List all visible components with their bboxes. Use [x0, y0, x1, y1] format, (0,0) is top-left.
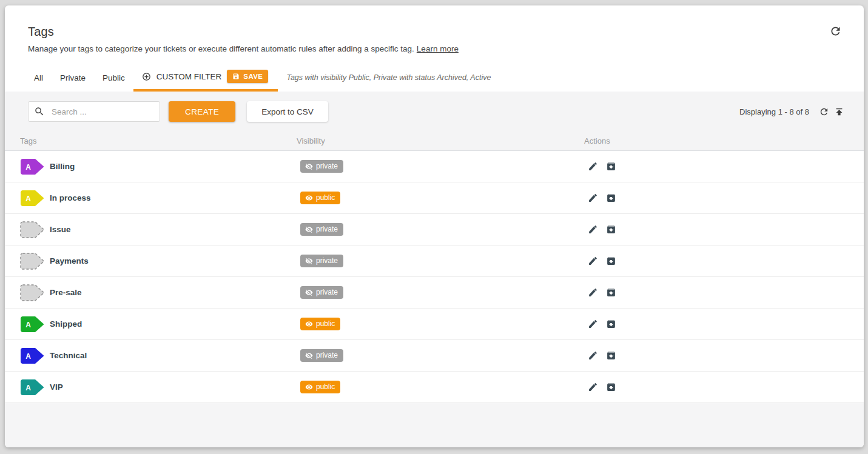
tag-name: In process — [50, 193, 91, 202]
tab-private[interactable]: Private — [52, 64, 94, 92]
archive-button[interactable] — [606, 193, 616, 203]
tab-all[interactable]: All — [25, 64, 52, 92]
list-refresh-button[interactable] — [818, 105, 830, 118]
add-circle-icon — [142, 72, 151, 81]
visibility-cell: public — [297, 318, 584, 330]
visibility-badge-label: public — [316, 320, 335, 328]
edit-button[interactable] — [588, 161, 598, 172]
actions-cell — [584, 350, 864, 361]
actions-cell — [584, 161, 864, 172]
eye-icon — [305, 320, 313, 328]
eye-icon — [305, 383, 313, 391]
tag-cell: A Billing — [20, 158, 297, 175]
archive-button[interactable] — [606, 382, 616, 392]
tag-cell: A In process — [20, 190, 297, 207]
visibility-badge-label: public — [316, 194, 335, 202]
save-icon — [232, 73, 240, 80]
create-button[interactable]: CREATE — [169, 101, 235, 122]
actions-cell — [584, 287, 864, 298]
column-header-visibility: Visibility — [297, 136, 584, 145]
visibility-badge: private — [300, 223, 343, 236]
edit-button[interactable] — [588, 382, 598, 392]
tag-chip: A — [20, 347, 45, 364]
tag-name: VIP — [50, 382, 63, 392]
eye-off-icon — [305, 289, 313, 296]
visibility-cell: private — [297, 286, 584, 299]
edit-button[interactable] — [588, 319, 598, 329]
edit-icon — [588, 319, 598, 329]
archive-icon — [606, 350, 616, 361]
edit-button[interactable] — [588, 193, 598, 203]
eye-off-icon — [305, 162, 313, 170]
refresh-icon — [819, 107, 829, 117]
edit-button[interactable] — [588, 256, 598, 266]
archive-button[interactable] — [606, 256, 616, 266]
archive-button[interactable] — [606, 224, 616, 235]
tab-custom-filter-label: CUSTOM FILTER — [156, 72, 222, 81]
tab-custom-filter[interactable]: CUSTOM FILTER SAVE — [133, 64, 278, 92]
tag-chip: A — [20, 190, 45, 207]
export-csv-button[interactable]: Export to CSV — [247, 101, 328, 122]
table-row: Issue private — [5, 214, 864, 245]
tag-chip — [20, 221, 45, 238]
eye-icon — [305, 194, 313, 202]
visibility-badge: private — [300, 160, 343, 173]
tag-name: Shipped — [50, 319, 82, 329]
tag-cell: Payments — [20, 253, 297, 270]
search-box — [28, 101, 160, 122]
actions-cell — [584, 319, 864, 329]
svg-text:A: A — [25, 194, 31, 202]
page-title: Tags — [28, 24, 459, 39]
tab-private-label: Private — [60, 73, 86, 82]
archive-button[interactable] — [606, 350, 616, 361]
edit-icon — [588, 224, 598, 235]
edit-button[interactable] — [588, 287, 598, 298]
column-header-actions: Actions — [584, 136, 864, 145]
archive-icon — [606, 224, 616, 235]
archive-icon — [606, 161, 616, 172]
tab-public[interactable]: Public — [94, 64, 133, 92]
visibility-badge-label: private — [316, 162, 338, 170]
visibility-badge: private — [300, 255, 343, 267]
scroll-top-button[interactable] — [833, 105, 846, 118]
archive-button[interactable] — [606, 319, 616, 329]
actions-cell — [584, 382, 864, 392]
tag-cell: Issue — [20, 221, 297, 238]
archive-icon — [606, 287, 616, 298]
tag-chip — [20, 253, 45, 270]
list-head: CREATE Export to CSV Displaying 1 - 8 of… — [5, 92, 864, 151]
refresh-icon — [829, 25, 842, 38]
toolbar: CREATE Export to CSV Displaying 1 - 8 of… — [5, 92, 864, 131]
tabs-bar: All Private Public CUSTOM FILTER SAVE Ta… — [5, 64, 864, 92]
tag-name: Payments — [50, 256, 89, 265]
svg-text:A: A — [25, 352, 31, 360]
archive-button[interactable] — [606, 161, 616, 172]
refresh-button[interactable] — [828, 24, 843, 39]
page-description-text: Manage your tags to categorize your tick… — [28, 44, 414, 53]
edit-button[interactable] — [588, 224, 598, 235]
edit-button[interactable] — [588, 350, 598, 361]
visibility-badge: public — [300, 381, 340, 393]
visibility-cell: private — [297, 255, 584, 267]
visibility-badge: private — [300, 349, 343, 362]
visibility-cell: private — [297, 223, 584, 236]
table-row: A VIP public — [5, 372, 864, 403]
search-input[interactable] — [28, 101, 160, 122]
tag-cell: A VIP — [20, 379, 297, 396]
save-filter-label: SAVE — [243, 73, 263, 80]
edit-icon — [588, 382, 598, 392]
tag-cell: A Technical — [20, 347, 297, 364]
edit-icon — [588, 350, 598, 361]
visibility-badge-label: private — [316, 289, 338, 296]
archive-icon — [606, 193, 616, 203]
archive-button[interactable] — [606, 287, 616, 298]
visibility-badge: public — [300, 192, 340, 204]
learn-more-link[interactable]: Learn more — [417, 44, 459, 53]
filter-description: Tags with visibility Public, Private wit… — [286, 64, 491, 92]
tab-public-label: Public — [103, 73, 125, 82]
save-filter-button[interactable]: SAVE — [227, 70, 268, 83]
table-footer — [5, 403, 864, 447]
actions-cell — [584, 193, 864, 203]
visibility-badge: public — [300, 318, 340, 330]
tab-all-label: All — [34, 73, 43, 82]
